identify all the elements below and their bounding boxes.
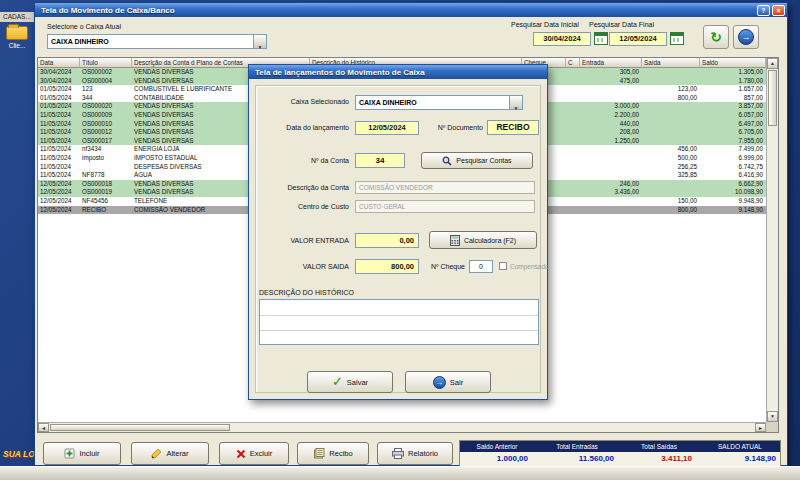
sair-button[interactable]: → Sair xyxy=(405,371,491,393)
descricao-historico-textarea[interactable] xyxy=(259,299,539,345)
calendar-icon[interactable] xyxy=(594,32,608,45)
data-inicial-field[interactable]: 30/04/2024 xyxy=(533,32,591,46)
cell-saida xyxy=(642,120,700,129)
calculadora-button[interactable]: Calculadora (F2) xyxy=(429,231,537,249)
saldo-anterior-value: 1.000,00 xyxy=(460,452,534,466)
alterar-button[interactable]: Alterar xyxy=(131,442,209,465)
vertical-scrollbar[interactable] xyxy=(766,58,778,422)
cell-titulo: OS000004 xyxy=(80,77,132,86)
add-icon xyxy=(64,448,75,459)
caixa-atual-combobox[interactable]: CAIXA DINHEIRO xyxy=(47,34,267,49)
dialog-titlebar: Tela de lançamentos do Movimento de Caix… xyxy=(249,65,547,79)
cell-titulo: RECIBO xyxy=(80,206,132,215)
cell-saida: 456,00 xyxy=(642,145,700,154)
help-button[interactable]: ? xyxy=(757,5,770,16)
lancamento-dialog: Tela de lançamentos do Movimento de Caix… xyxy=(248,64,548,400)
receipt-icon xyxy=(313,448,325,459)
cell-c xyxy=(566,120,580,129)
cell-entrada xyxy=(580,85,642,94)
caixa-atual-label: Selecione o Caixa Atual xyxy=(47,23,121,30)
cell-saldo: 9.948,90 xyxy=(700,197,766,206)
cell-data: 12/05/2024 xyxy=(38,188,80,197)
data-final-field[interactable]: 12/05/2024 xyxy=(609,32,667,46)
scroll-up-icon[interactable] xyxy=(767,58,778,69)
cell-c xyxy=(566,68,580,77)
cell-c xyxy=(566,188,580,197)
cell-titulo: OS000020 xyxy=(80,102,132,111)
cell-data: 30/04/2024 xyxy=(38,68,80,77)
cell-data: 11/05/2024 xyxy=(38,163,80,172)
salvar-label: Salvar xyxy=(347,378,368,387)
column-header[interactable]: Data xyxy=(38,58,80,68)
cell-data: 11/05/2024 xyxy=(38,111,80,120)
valor-entrada-field[interactable]: 0,00 xyxy=(355,233,419,248)
cell-entrada: 475,00 xyxy=(580,77,642,86)
desktop: CADAS... Clie... SUA LOGO Tela do Movime… xyxy=(0,0,800,480)
cell-data: 12/05/2024 xyxy=(38,197,80,206)
cell-data: 11/05/2024 xyxy=(38,145,80,154)
excluir-button[interactable]: Excluir xyxy=(219,442,289,465)
recibo-button[interactable]: Recibo xyxy=(297,442,369,465)
parent-menu-fragment[interactable]: CADAS... xyxy=(0,12,34,22)
documento-field[interactable]: RECIBO xyxy=(487,120,539,135)
horizontal-scroll-thumb[interactable] xyxy=(50,424,230,431)
vertical-scroll-thumb[interactable] xyxy=(768,70,777,126)
cell-saida xyxy=(642,128,700,137)
data-lancamento-field[interactable]: 12/05/2024 xyxy=(355,121,419,135)
cell-data: 11/05/2024 xyxy=(38,154,80,163)
totals-summary: Saldo Anterior Total Entradas Total Saíd… xyxy=(459,440,781,467)
dialog-title: Tela de lançamentos do Movimento de Caix… xyxy=(255,68,545,77)
cell-entrada xyxy=(580,145,642,154)
cell-entrada: 440,00 xyxy=(580,120,642,129)
column-header[interactable]: Título xyxy=(80,58,132,68)
relatorio-button[interactable]: Relatório xyxy=(377,442,453,465)
cell-data: 01/05/2024 xyxy=(38,102,80,111)
incluir-button[interactable]: Incluir xyxy=(43,442,121,465)
scroll-right-icon[interactable] xyxy=(755,423,766,432)
cell-titulo: OS000010 xyxy=(80,120,132,129)
clients-shortcut[interactable]: Clie... xyxy=(1,26,33,49)
cell-data: 12/05/2024 xyxy=(38,180,80,189)
salvar-button[interactable]: ✓ Salvar xyxy=(307,371,393,393)
caixa-atual-value: CAIXA DINHEIRO xyxy=(48,38,253,45)
cell-c xyxy=(566,171,580,180)
numero-conta-field[interactable]: 34 xyxy=(355,153,405,168)
cell-entrada: 1.250,00 xyxy=(580,137,642,146)
cell-titulo: 344 xyxy=(80,94,132,103)
column-header[interactable]: Entrada xyxy=(580,58,642,68)
compensado-checkbox[interactable] xyxy=(499,262,507,270)
main-titlebar: Tela do Movimento de Caixa/Banco ? × xyxy=(35,3,787,17)
cell-saldo: 6.662,90 xyxy=(700,180,766,189)
pesquisar-contas-button[interactable]: Pesquisar Contas xyxy=(421,152,533,169)
refresh-button[interactable]: ↻ xyxy=(703,25,729,49)
column-header[interactable]: Saldo xyxy=(700,58,766,68)
valor-saida-field[interactable]: 800,00 xyxy=(355,259,419,274)
cell-titulo: NF45456 xyxy=(80,197,132,206)
cell-saldo: 7.955,00 xyxy=(700,137,766,146)
close-button[interactable]: × xyxy=(772,5,785,16)
horizontal-scrollbar[interactable] xyxy=(38,422,766,432)
scroll-left-icon[interactable] xyxy=(38,423,49,432)
numero-cheque-field[interactable]: 0 xyxy=(469,260,493,273)
calendar-icon[interactable] xyxy=(670,32,684,45)
column-header[interactable]: Saída xyxy=(642,58,700,68)
chevron-down-icon[interactable] xyxy=(509,96,522,109)
cell-entrada: 246,00 xyxy=(580,180,642,189)
cell-titulo: OS000018 xyxy=(80,180,132,189)
calculator-icon xyxy=(450,235,460,246)
cell-titulo: nf3434 xyxy=(80,145,132,154)
go-button[interactable]: → xyxy=(733,25,759,49)
column-header[interactable]: C xyxy=(566,58,580,68)
cell-titulo: OS000019 xyxy=(80,188,132,197)
cell-data: 11/05/2024 xyxy=(38,137,80,146)
pesquisar-contas-label: Pesquisar Contas xyxy=(456,157,511,164)
chevron-down-icon[interactable] xyxy=(253,35,266,48)
cell-c xyxy=(566,128,580,137)
cell-titulo: OS000002 xyxy=(80,68,132,77)
cell-titulo: 123 xyxy=(80,85,132,94)
scroll-down-icon[interactable] xyxy=(767,411,778,422)
caixa-selecionado-combobox[interactable]: CAIXA DINHEIRO xyxy=(355,95,523,110)
compensado-label: Compensado xyxy=(510,263,549,270)
cell-saldo: 1.657,00 xyxy=(700,85,766,94)
total-entradas-label: Total Entradas xyxy=(534,441,620,452)
